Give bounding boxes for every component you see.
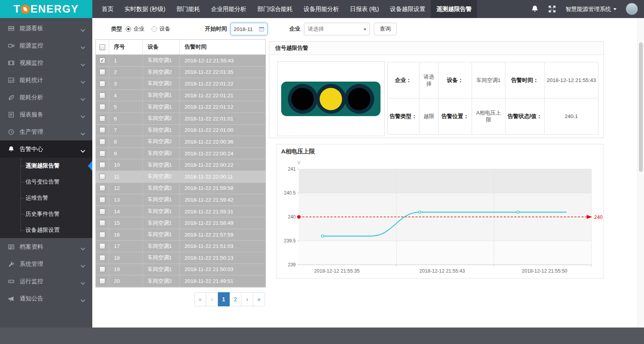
- sidebar-item-0[interactable]: 能源看板: [0, 20, 92, 37]
- table-row[interactable]: 15车间空调12018-11-22 21:58:49: [96, 217, 265, 229]
- nav-item-2[interactable]: 部门能耗: [171, 0, 205, 18]
- info-label: 告警类型：: [388, 98, 419, 135]
- sidebar-item-6[interactable]: 生产管理: [0, 123, 92, 140]
- table-row[interactable]: 17车间空调12018-11-22 21:51:03: [96, 241, 265, 253]
- radio-company[interactable]: 企业: [126, 25, 145, 33]
- row-checkbox[interactable]: ✓: [99, 58, 105, 64]
- row-checkbox[interactable]: [99, 266, 105, 272]
- row-checkbox[interactable]: [99, 243, 105, 249]
- sidebar-item-8[interactable]: 档案资料: [0, 238, 92, 255]
- table-row[interactable]: 5车间空调12018-11-22 22:01:12: [96, 101, 265, 113]
- nav-item-6[interactable]: 日报表 (电): [344, 0, 384, 18]
- nav-item-8[interactable]: 遥测越限告警: [431, 0, 477, 18]
- chevron-down-icon: [80, 130, 85, 133]
- table-row[interactable]: 12车间空调22018-11-22 21:59:58: [96, 183, 265, 195]
- page-button-3[interactable]: 2: [230, 292, 242, 306]
- row-checkbox[interactable]: [99, 220, 105, 226]
- vertical-scrollbar[interactable]: [637, 18, 644, 328]
- system-title-dropdown[interactable]: 智慧能源管理系统: [565, 5, 617, 13]
- table-row[interactable]: 3车间空调22018-11-22 22:01:22: [96, 78, 265, 90]
- nav-item-1[interactable]: 实时数据 (秒级): [119, 0, 171, 18]
- sidebar-item-11[interactable]: 通知公告: [0, 290, 92, 307]
- fullscreen-icon[interactable]: [548, 5, 556, 13]
- nav-item-7[interactable]: 设备越限设置: [384, 0, 431, 18]
- row-checkbox[interactable]: [99, 151, 105, 157]
- cell-time: 2018-11-22 21:59:31: [180, 206, 265, 217]
- alarm-info-table: 企业：请选择设备：车间空调1告警时间：2018-12-12 21:55:43告警…: [387, 62, 598, 135]
- table-row[interactable]: 20车间空调22018-11-22 21:49:51: [96, 275, 265, 287]
- row-checkbox[interactable]: [99, 104, 105, 110]
- table-row[interactable]: 7车间空调12018-11-22 22:01:00: [96, 125, 265, 137]
- table-row[interactable]: 10车间空调12018-11-22 22:00:22: [96, 159, 265, 171]
- alarm-table: 序号设备告警时间✓1车间空调12018-12-12 21:55:432车间空调2…: [95, 39, 266, 288]
- row-checkbox[interactable]: [99, 116, 105, 122]
- table-row[interactable]: 9车间空调22018-11-22 22:00:24: [96, 148, 265, 160]
- page-button-0[interactable]: «: [194, 292, 206, 306]
- table-row[interactable]: 6车间空调22018-11-22 22:01:01: [96, 113, 265, 125]
- submenu-item-4[interactable]: 设备越限设置: [0, 222, 92, 238]
- cell-device: 车间空调2: [143, 113, 180, 124]
- notification-bell-icon[interactable]: [531, 5, 539, 13]
- table-row[interactable]: ✓1车间空调12018-12-12 21:55:43: [96, 55, 265, 67]
- sidebar-item-5[interactable]: 报表服务: [0, 106, 92, 123]
- row-checkbox[interactable]: [99, 69, 105, 75]
- table-row[interactable]: 4车间空调12018-11-22 22:01:21: [96, 90, 265, 102]
- page-button-5[interactable]: »: [253, 292, 265, 306]
- table-row[interactable]: 16车间空调12018-11-22 21:57:59: [96, 229, 265, 241]
- submenu-item-3[interactable]: 历史事件告警: [0, 206, 92, 222]
- radio-company-icon[interactable]: [126, 26, 131, 32]
- row-checkbox[interactable]: [99, 174, 105, 180]
- table-row[interactable]: 11车间空调22018-11-22 22:00:11: [96, 171, 265, 183]
- page-button-2[interactable]: 1: [218, 292, 230, 306]
- data-point-marker: [321, 235, 324, 237]
- cell-no: 6: [109, 113, 143, 124]
- sidebar-item-7[interactable]: 告警中心: [0, 140, 92, 158]
- row-checkbox[interactable]: [99, 139, 105, 145]
- user-avatar[interactable]: [626, 3, 638, 15]
- scrollbar-thumb[interactable]: [639, 42, 643, 172]
- query-button[interactable]: 查询: [374, 23, 397, 35]
- sidebar-item-4[interactable]: 能耗分析: [0, 89, 92, 106]
- radio-device[interactable]: 设备: [152, 25, 170, 33]
- row-checkbox[interactable]: [99, 232, 105, 238]
- submenu-item-0[interactable]: 遥测越限告警: [0, 158, 92, 174]
- table-row[interactable]: 14车间空调12018-11-22 21:59:31: [96, 206, 265, 218]
- row-checkbox[interactable]: [99, 127, 105, 133]
- radio-device-icon[interactable]: [152, 26, 157, 32]
- threshold-dot: [297, 215, 301, 219]
- page-button-1[interactable]: ‹: [206, 292, 218, 306]
- row-checkbox[interactable]: [99, 162, 105, 168]
- row-checkbox[interactable]: [99, 81, 105, 87]
- cell-device: 车间空调1: [143, 206, 180, 217]
- select-all-checkbox[interactable]: [99, 44, 105, 50]
- table-row[interactable]: 2车间空调22018-11-22 22:01:35: [96, 67, 265, 78]
- table-row[interactable]: 13车间空调12018-11-22 21:59:42: [96, 194, 265, 206]
- row-checkbox[interactable]: [99, 278, 105, 284]
- page-button-4[interactable]: ›: [242, 292, 253, 306]
- start-time-input[interactable]: 2018-11: [231, 23, 267, 35]
- table-row[interactable]: 19车间空调12018-11-22 21:50:03: [96, 264, 265, 276]
- nav-item-4[interactable]: 部门综合能耗: [252, 0, 298, 18]
- row-checkbox[interactable]: [99, 197, 105, 203]
- row-checkbox[interactable]: [99, 93, 105, 98]
- nav-item-5[interactable]: 设备用能分析: [298, 0, 344, 18]
- nav-item-3[interactable]: 企业用能分析: [205, 0, 252, 18]
- submenu-item-label: 设备越限设置: [26, 226, 60, 234]
- row-checkbox[interactable]: [99, 209, 105, 215]
- sidebar-item-1[interactable]: 能源监控: [0, 37, 92, 54]
- company-select[interactable]: 请选择 ▾: [304, 23, 370, 35]
- table-row[interactable]: 8车间空调22018-11-22 22:00:36: [96, 136, 265, 148]
- submenu-item-2[interactable]: 运维告警: [0, 190, 92, 206]
- submenu-item-1[interactable]: 信号变位告警: [0, 174, 92, 190]
- sidebar-item-10[interactable]: 运行监控: [0, 273, 92, 290]
- app-logo: TENERGY: [0, 0, 92, 18]
- table-row[interactable]: 18车间空调12018-11-22 21:50:13: [96, 252, 265, 264]
- cell-device: 车间空调2: [143, 275, 180, 287]
- sidebar-item-2[interactable]: 视频监控: [0, 54, 92, 71]
- cell-device: 车间空调2: [143, 136, 180, 147]
- sidebar-item-9[interactable]: 系统管理: [0, 255, 92, 273]
- sidebar-item-3[interactable]: 能耗统计: [0, 71, 92, 89]
- nav-item-0[interactable]: 首页: [96, 0, 119, 18]
- row-checkbox[interactable]: [99, 185, 105, 191]
- row-checkbox[interactable]: [99, 255, 105, 261]
